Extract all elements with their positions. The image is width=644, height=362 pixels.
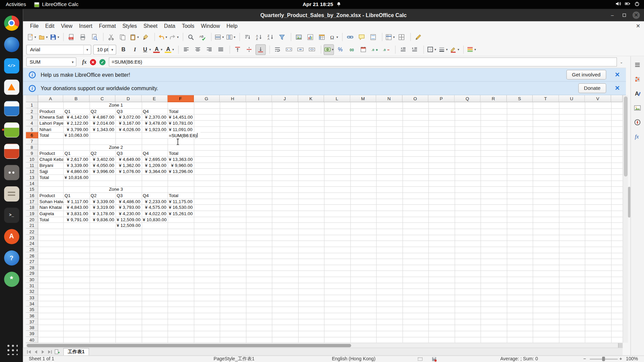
menu-sheet[interactable]: Sheet [140,21,161,31]
clone-formatting-button[interactable] [141,32,151,42]
cell-B11[interactable]: ¥ 3,339.00 [63,162,90,168]
cell-D12[interactable]: ¥ 1,076.00 [115,168,142,174]
cell-E4[interactable]: ¥ 3,478.00 [142,120,168,126]
chevron-down-icon[interactable]: ▾ [172,48,174,51]
cell-F10[interactable]: ¥ 13,363.00 [168,156,194,162]
row-header-21[interactable]: 21 [26,223,38,229]
cell-D3[interactable]: ¥ 3,072.00 [115,114,142,120]
chevron-down-icon[interactable]: ▾ [166,35,167,39]
cell-D18[interactable]: ¥ 3,793.00 [115,204,142,210]
expand-formula-bar-icon[interactable]: ⌄ [617,60,626,64]
chevron-down-icon[interactable]: ▾ [435,48,436,51]
cell-A9[interactable]: Product [38,150,63,156]
sort-ascending-button[interactable]: AZ [254,32,264,42]
increase-indent-button[interactable] [410,44,420,55]
menu-insert[interactable]: Insert [76,21,96,31]
align-left-button[interactable] [181,44,192,55]
chevron-down-icon[interactable]: ▾ [137,35,139,39]
cut-button[interactable] [106,32,116,42]
decrease-indent-button[interactable] [398,44,409,55]
row-button[interactable]: ▾ [214,32,224,42]
export-pdf-button[interactable]: PDF [66,32,76,42]
cell-D5[interactable]: ¥ 4,026.00 [115,126,142,132]
row-header-26[interactable]: 26 [26,253,38,259]
cell-A15[interactable]: Zone 3 [38,186,194,192]
row-header-3[interactable]: 3 [26,114,38,120]
cell-B16[interactable]: Q1 [63,192,90,198]
close-button[interactable]: ✕ [633,11,640,19]
conditional-formatting-button[interactable]: ▾ [466,44,477,55]
merge-and-center-cells-button[interactable] [284,44,294,55]
row-header-29[interactable]: 29 [26,271,38,277]
cell-A16[interactable]: Product [38,192,63,198]
chevron-down-icon[interactable]: ▾ [177,35,179,39]
column-header-S[interactable]: S [506,95,533,102]
border-style-button[interactable]: ▾ [438,44,448,55]
dock-writer-button[interactable] [2,98,21,119]
print-preview-button[interactable] [89,32,100,42]
cell-B17[interactable]: ¥ 1,117.00 [63,198,90,204]
format-as-number-button[interactable]: 00 [346,44,357,55]
system-status-area[interactable] [615,0,640,9]
dock-software-button[interactable]: A [2,226,21,247]
font-name-combobox[interactable]: Arial ▾ [26,45,91,54]
dock-vscode-button[interactable]: </> [2,55,21,76]
cell-E10[interactable]: ¥ 2,695.00 [142,156,168,162]
align-right-button[interactable] [204,44,215,55]
justified-button[interactable] [216,44,226,55]
cell-D10[interactable]: ¥ 4,649.00 [115,156,142,162]
cell-E20[interactable]: ¥ 10,830.00 [142,217,168,223]
cancel-icon[interactable]: ✕ [90,59,96,65]
spelling-button[interactable]: AB [197,32,208,42]
column-header-G[interactable]: G [194,95,220,102]
cell-E9[interactable]: Q4 [142,150,168,156]
menu-window[interactable]: Window [198,21,223,31]
format-as-percent-button[interactable]: % [335,44,345,55]
activities-button[interactable]: Activities [6,2,26,7]
dock-calc-button[interactable] [2,119,21,140]
name-box[interactable]: SUM ▾ [26,57,76,66]
highlighting-color-button[interactable]: A▾ [164,44,175,55]
cell-B4[interactable]: ¥ 2,122.00 [63,120,90,126]
cell-D20[interactable]: ¥ 12,509.00 [115,217,142,223]
cell-F11[interactable]: ¥ 9,960.00 [168,162,194,168]
cell-C3[interactable]: ¥ 4,867.00 [89,114,115,120]
row-header-16[interactable]: 16 [26,192,38,198]
cell-B2[interactable]: Q1 [63,108,90,114]
cell-C16[interactable]: Q2 [89,192,115,198]
cell-A8[interactable]: Zone 2 [38,144,194,150]
row-header-28[interactable]: 28 [26,265,38,271]
chevron-down-icon[interactable]: ▾ [35,35,36,39]
column-header-A[interactable]: A [38,95,63,102]
close-document-icon[interactable]: ✕ [636,21,640,31]
column-header-U[interactable]: U [559,95,585,102]
vertical-scrollbar[interactable] [623,95,628,343]
column-header-J[interactable]: J [272,95,298,102]
row-header-40[interactable]: 40 [26,337,38,343]
cell-A18[interactable]: Nan Khatai [38,204,63,210]
chevron-down-icon[interactable]: ▾ [458,48,459,51]
open-button[interactable]: ▾ [38,32,48,42]
align-top-button[interactable] [232,44,243,55]
row-header-19[interactable]: 19 [26,210,38,217]
next-sheet-button[interactable] [40,349,47,356]
column-header-L[interactable]: L [324,95,350,102]
column-header-F[interactable]: F [168,95,194,102]
menu-format[interactable]: Format [96,21,119,31]
split-window-button[interactable] [396,32,407,42]
cell-F12[interactable]: ¥ 13,296.00 [168,168,194,174]
cell-F4[interactable]: ¥ 10,781.00 [168,120,194,126]
cell-C4[interactable]: ¥ 2,014.00 [89,120,115,126]
page-style[interactable]: PageStyle_工作表1 [214,356,255,362]
topbar-app-menu[interactable]: LibreOffice Calc [34,2,78,7]
function-wizard-button[interactable]: fx [82,59,87,65]
cell-E5[interactable]: ¥ 1,923.00 [142,126,168,132]
accept-icon[interactable]: ✓ [99,59,105,65]
donate-button[interactable]: Donate [578,83,606,93]
row-header-4[interactable]: 4 [26,120,38,126]
cell-E18[interactable]: ¥ 4,575.00 [142,204,168,210]
copy-button[interactable] [117,32,128,42]
last-sheet-button[interactable] [46,349,53,356]
row-header-1[interactable]: 1 [26,102,38,108]
chevron-down-icon[interactable]: ▾ [446,48,448,51]
